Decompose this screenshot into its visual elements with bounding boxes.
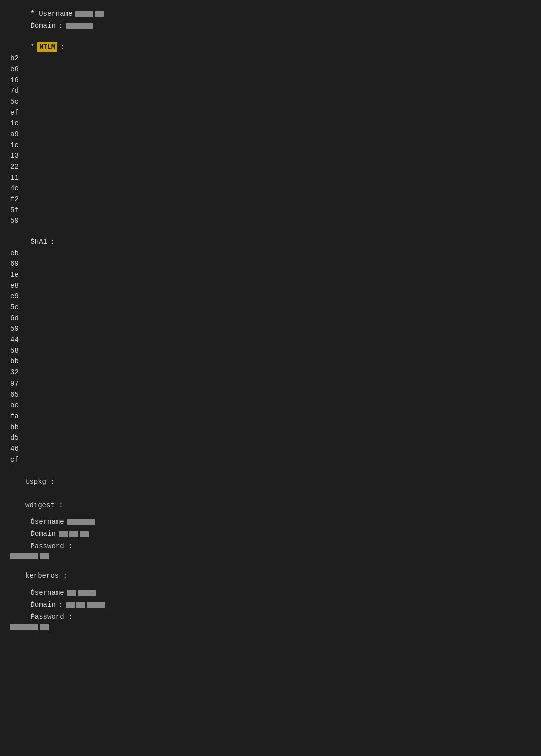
hex-line-16: 16 [5, 75, 536, 86]
sha1-hex-1e: 1e [5, 270, 536, 281]
domain-row: * Domain : [5, 20, 536, 32]
wdigest-password-row: * Password : [5, 540, 536, 552]
redact-wd-3 [80, 531, 89, 537]
domain-value [66, 23, 93, 29]
redact-wp-1 [10, 553, 38, 559]
hex-line-1e: 1e [5, 118, 536, 129]
sha1-colon: : [50, 236, 54, 247]
sha1-hex-69: 69 [5, 259, 536, 270]
wdigest-username-label: Username [30, 516, 64, 527]
redact-wd-2 [69, 531, 78, 537]
tspkg-label: tspkg : [5, 476, 536, 487]
ntlm-colon: : [60, 42, 64, 53]
hex-line-e6: e6 [5, 64, 536, 75]
gap-4 [5, 489, 536, 498]
hex-line-a9: a9 [5, 129, 536, 140]
redact-wd-1 [59, 531, 68, 537]
hex-line-7d: 7d [5, 86, 536, 97]
gap-6 [5, 559, 536, 568]
hex-line-22: 22 [5, 162, 536, 173]
redact-ku-1 [67, 590, 76, 596]
sha1-row: * SHA1 : [5, 236, 536, 248]
redact-wdigest-user [67, 519, 95, 525]
gap-1 [5, 32, 536, 41]
redact-kd-1 [66, 602, 75, 608]
sha1-hex-65: 65 [5, 390, 536, 401]
sha1-hex-59: 59 [5, 324, 536, 335]
sha1-hex-44: 44 [5, 335, 536, 346]
kerberos-domain-label: Domain [30, 599, 55, 610]
hex-line-4c: 4c [5, 183, 536, 194]
sha1-hex-e8: e8 [5, 281, 536, 292]
sha1-hex-d5: d5 [5, 433, 536, 444]
wdigest-domain-label: Domain [30, 528, 55, 539]
redact-block-2 [95, 11, 104, 17]
hex-line-59: 59 [5, 216, 536, 227]
sha1-hex-46: 46 [5, 444, 536, 455]
hex-line-5f: 5f [5, 205, 536, 216]
kerberos-domain-row: * Domain : [5, 599, 536, 611]
sha1-hex-eb: eb [5, 248, 536, 259]
ntlm-hex-container: b2 e6 16 7d 5c ef 1e a9 1c 13 22 11 4c f… [5, 53, 536, 227]
kerberos-label: kerberos : [5, 570, 536, 581]
gap-7 [5, 583, 536, 587]
kerberos-username-value [67, 590, 96, 596]
ntlm-row: * NTLM : [5, 41, 536, 53]
sha1-hex-6d: 6d [5, 313, 536, 324]
username-label: * Username [30, 8, 72, 19]
wdigest-domain-row: * Domain [5, 528, 536, 540]
gap-5 [5, 512, 536, 516]
redact-domain [66, 23, 93, 29]
hex-line-f2: f2 [5, 194, 536, 205]
sha1-hex-e9: e9 [5, 291, 536, 302]
kerberos-username-row: * Username [5, 587, 536, 599]
kerberos-password-value-row [5, 624, 536, 630]
sha1-hex-cf: cf [5, 455, 536, 466]
redact-kp-1 [10, 624, 38, 630]
main-content: * * Username * Domain : * NTLM : b2 e6 1… [0, 5, 541, 633]
hex-line-5c: 5c [5, 97, 536, 108]
ntlm-badge: NTLM [37, 42, 57, 53]
sha1-hex-fa: fa [5, 411, 536, 422]
hex-line-1c: 1c [5, 140, 536, 151]
wdigest-label: wdigest : [5, 500, 536, 511]
domain-label: Domain [30, 20, 55, 31]
username-row: * * Username [5, 8, 536, 20]
redact-block-1 [75, 11, 93, 17]
sha1-hex-58: 58 [5, 346, 536, 357]
wdigest-username-row: * Username [5, 516, 536, 528]
redact-kd-2 [76, 602, 85, 608]
wdigest-username-value [67, 519, 95, 525]
redact-kd-3 [87, 602, 105, 608]
redact-ku-2 [78, 590, 96, 596]
redact-wp-2 [40, 553, 49, 559]
gap-2 [5, 227, 536, 236]
wdigest-domain-value [59, 531, 89, 537]
kerberos-password-row: * Password : [5, 611, 536, 623]
sha1-hex-ac: ac [5, 400, 536, 411]
sha1-hex-5c: 5c [5, 302, 536, 313]
kerberos-password-label: Password : [30, 611, 72, 622]
sha1-hex-97: 97 [5, 379, 536, 390]
ntlm-star: * [30, 42, 34, 53]
hex-line-11: 11 [5, 173, 536, 184]
hex-line-ef: ef [5, 108, 536, 119]
redact-kp-2 [40, 624, 49, 630]
username-value [75, 11, 104, 17]
gap-3 [5, 465, 536, 474]
sha1-hex-container: eb 69 1e e8 e9 5c 6d 59 44 58 bb 32 97 6… [5, 248, 536, 466]
hex-line-b2: b2 [5, 53, 536, 64]
kerberos-domain-value [66, 602, 105, 608]
domain-colon: : [59, 20, 63, 31]
wdigest-password-label: Password : [30, 541, 72, 552]
sha1-hex-32: 32 [5, 367, 536, 379]
sha1-hex-bb: bb [5, 356, 536, 367]
sha1-hex-bb2: bb [5, 422, 536, 433]
kerberos-username-label: Username [30, 587, 64, 598]
kerberos-domain-colon: : [59, 599, 63, 610]
wdigest-password-value-row [5, 553, 536, 559]
hex-line-13: 13 [5, 151, 536, 162]
sha1-label: SHA1 [30, 236, 47, 247]
